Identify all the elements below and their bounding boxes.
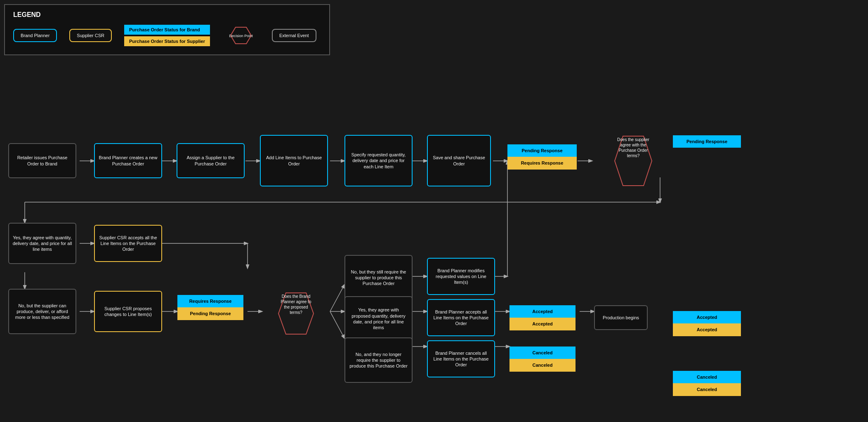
node-brand-cancels: Brand Planner cancels all Line Items on … xyxy=(427,340,495,377)
legend-title: LEGEND xyxy=(13,11,321,19)
node-supplier-accepts: Supplier CSR accepts all the Line Items … xyxy=(94,225,162,262)
node-status-group-1: Pending Response Requires Response xyxy=(507,144,577,170)
node-decision-brand-agree: Does the Brand Planner agree to the prop… xyxy=(262,287,330,340)
legend-items: Brand Planner Supplier CSR Purchase Orde… xyxy=(13,25,321,46)
node-no-no-longer: No, and they no longer require the suppl… xyxy=(344,337,413,383)
node-retailer-issues: Retailer issues Purchase Order to Brand xyxy=(8,143,76,178)
legend-supplier-csr: Supplier CSR xyxy=(69,29,112,42)
status-accepted-bot: Accepted xyxy=(509,318,576,330)
hexagon-icon: Does the supplier agree with the Purchas… xyxy=(592,128,675,194)
node-specify-qty: Specify requested quantity, delivery dat… xyxy=(344,135,413,186)
node-accepted-row1: Accepted Accepted xyxy=(673,311,741,336)
node-accepted-group: Accepted Accepted xyxy=(509,305,576,330)
status-accepted-row1-top: Accepted xyxy=(673,311,741,323)
status-accepted-top: Accepted xyxy=(509,305,576,318)
node-production-begins: Production begins xyxy=(594,305,648,330)
node-decision-supplier-agree: Does the supplier agree with the Purchas… xyxy=(592,128,675,194)
legend-brand-planner: Brand Planner xyxy=(13,29,57,42)
node-status-group-2: Requires Response Pending Response xyxy=(177,295,243,320)
node-pending-response-row1: Pending Response xyxy=(673,135,741,148)
svg-text:Decision Point: Decision Point xyxy=(229,34,253,38)
legend-status: Purchase Order Status for Brand Purchase… xyxy=(124,25,210,46)
node-no-but-still: No, but they still require the supplier … xyxy=(344,255,413,300)
legend-decision: Decision Point xyxy=(222,25,259,46)
node-canceled-row1: Canceled Canceled xyxy=(673,371,741,396)
status-canceled-bot: Canceled xyxy=(509,359,576,371)
external-event-label: External Event xyxy=(272,29,316,42)
node-brand-creates: Brand Planner creates a new Purchase Ord… xyxy=(94,143,162,178)
node-add-line-items: Add Line Items to Purchase Order xyxy=(260,135,328,186)
supplier-csr-label: Supplier CSR xyxy=(69,29,112,42)
status-pending-response-row1: Pending Response xyxy=(673,135,741,148)
node-brand-accepts: Brand Planner accepts all Line Items on … xyxy=(427,299,495,336)
status-canceled-row1-bot: Canceled xyxy=(673,383,741,396)
status-group: Purchase Order Status for Brand Purchase… xyxy=(124,25,210,46)
node-canceled-group: Canceled Canceled xyxy=(509,347,576,372)
svg-line-22 xyxy=(330,311,344,338)
decision-hexagon-icon: Decision Point xyxy=(222,25,259,46)
node-no-more-less: No, but the supplier can produce, delive… xyxy=(8,289,76,334)
status-pending-response-2: Pending Response xyxy=(177,307,243,320)
hexagon-brand-agree-icon: Does the Brand Planner agree to the prop… xyxy=(262,287,330,340)
status-accepted-row1-bot: Accepted xyxy=(673,323,741,336)
status-canceled-row1-top: Canceled xyxy=(673,371,741,383)
node-supplier-proposes: Supplier CSR proposes changes to Line It… xyxy=(94,291,162,332)
legend-external: External Event xyxy=(272,29,316,42)
node-yes-agree: Yes, they agree with quantity, delivery … xyxy=(8,223,76,264)
status-requires-response-1: Requires Response xyxy=(507,157,577,169)
status-supplier-label: Purchase Order Status for Supplier xyxy=(124,36,210,46)
status-pending-response-1: Pending Response xyxy=(507,144,577,157)
status-canceled-top: Canceled xyxy=(509,347,576,359)
node-assign-supplier: Assign a Supplier to the Purchase Order xyxy=(177,143,245,178)
brand-planner-label: Brand Planner xyxy=(13,29,57,42)
svg-line-20 xyxy=(330,285,344,311)
node-yes-proposed: Yes, they agree with proposed quantity, … xyxy=(344,296,413,342)
node-brand-modifies: Brand Planner modifies requested values … xyxy=(427,258,495,295)
status-brand-label: Purchase Order Status for Brand xyxy=(124,25,210,35)
diagram-container: LEGEND Brand Planner Supplier CSR Purcha… xyxy=(0,0,868,422)
status-requires-response-2: Requires Response xyxy=(177,295,243,307)
node-save-share: Save and share Purchase Order xyxy=(427,135,491,186)
legend-box: LEGEND Brand Planner Supplier CSR Purcha… xyxy=(4,4,330,55)
